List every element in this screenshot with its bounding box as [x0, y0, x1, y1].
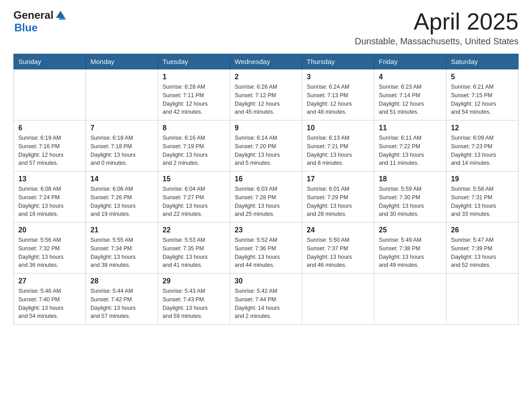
calendar-cell: 13Sunrise: 6:08 AM Sunset: 7:24 PM Dayli… — [14, 171, 86, 223]
day-number: 5 — [451, 73, 514, 81]
day-number: 18 — [379, 175, 442, 183]
calendar-cell: 18Sunrise: 5:59 AM Sunset: 7:30 PM Dayli… — [374, 171, 446, 223]
calendar-cell — [302, 274, 374, 325]
day-number: 21 — [90, 226, 153, 234]
day-info: Sunrise: 6:26 AM Sunset: 7:12 PM Dayligh… — [235, 83, 297, 116]
day-info: Sunrise: 5:52 AM Sunset: 7:36 PM Dayligh… — [235, 236, 297, 270]
day-header-friday: Friday — [374, 54, 446, 69]
day-number: 8 — [163, 124, 225, 132]
day-number: 16 — [235, 175, 297, 183]
calendar-cell: 24Sunrise: 5:50 AM Sunset: 7:37 PM Dayli… — [302, 223, 374, 274]
day-number: 2 — [235, 73, 297, 81]
day-info: Sunrise: 5:42 AM Sunset: 7:44 PM Dayligh… — [235, 287, 297, 321]
day-info: Sunrise: 5:53 AM Sunset: 7:35 PM Dayligh… — [163, 236, 225, 270]
day-number: 7 — [90, 124, 153, 132]
calendar-cell: 23Sunrise: 5:52 AM Sunset: 7:36 PM Dayli… — [230, 223, 302, 274]
calendar-week-row: 13Sunrise: 6:08 AM Sunset: 7:24 PM Dayli… — [14, 171, 519, 223]
day-number: 6 — [18, 124, 81, 132]
day-info: Sunrise: 5:46 AM Sunset: 7:40 PM Dayligh… — [18, 287, 81, 321]
calendar-cell: 5Sunrise: 6:21 AM Sunset: 7:15 PM Daylig… — [446, 69, 519, 120]
day-header-thursday: Thursday — [302, 54, 374, 69]
logo-icon — [54, 9, 67, 21]
calendar-cell: 30Sunrise: 5:42 AM Sunset: 7:44 PM Dayli… — [230, 274, 302, 325]
day-info: Sunrise: 6:04 AM Sunset: 7:27 PM Dayligh… — [163, 185, 225, 218]
day-info: Sunrise: 6:06 AM Sunset: 7:26 PM Dayligh… — [90, 185, 153, 218]
logo-general-text: General — [13, 9, 53, 21]
day-header-wednesday: Wednesday — [230, 54, 302, 69]
day-info: Sunrise: 5:43 AM Sunset: 7:43 PM Dayligh… — [163, 287, 225, 321]
calendar-cell: 6Sunrise: 6:19 AM Sunset: 7:16 PM Daylig… — [14, 120, 86, 171]
calendar-cell: 26Sunrise: 5:47 AM Sunset: 7:39 PM Dayli… — [446, 223, 519, 274]
calendar-cell: 1Sunrise: 6:28 AM Sunset: 7:11 PM Daylig… — [158, 69, 230, 120]
calendar-week-row: 1Sunrise: 6:28 AM Sunset: 7:11 PM Daylig… — [14, 69, 519, 120]
day-info: Sunrise: 5:49 AM Sunset: 7:38 PM Dayligh… — [379, 236, 442, 270]
day-info: Sunrise: 6:23 AM Sunset: 7:14 PM Dayligh… — [379, 83, 442, 116]
day-number: 28 — [90, 277, 153, 285]
day-number: 14 — [90, 175, 153, 183]
calendar-cell: 11Sunrise: 6:11 AM Sunset: 7:22 PM Dayli… — [374, 120, 446, 171]
day-number: 15 — [163, 175, 225, 183]
day-number: 26 — [451, 226, 514, 234]
month-title: April 2025 — [355, 9, 519, 34]
day-header-saturday: Saturday — [446, 54, 519, 69]
day-number: 29 — [163, 277, 225, 285]
calendar-cell: 4Sunrise: 6:23 AM Sunset: 7:14 PM Daylig… — [374, 69, 446, 120]
day-info: Sunrise: 6:18 AM Sunset: 7:18 PM Dayligh… — [90, 134, 153, 167]
day-number: 17 — [307, 175, 369, 183]
calendar-week-row: 20Sunrise: 5:56 AM Sunset: 7:32 PM Dayli… — [14, 223, 519, 274]
day-number: 1 — [163, 73, 225, 81]
day-info: Sunrise: 6:24 AM Sunset: 7:13 PM Dayligh… — [307, 83, 369, 116]
calendar-cell: 14Sunrise: 6:06 AM Sunset: 7:26 PM Dayli… — [86, 171, 158, 223]
calendar-cell: 17Sunrise: 6:01 AM Sunset: 7:29 PM Dayli… — [302, 171, 374, 223]
calendar-cell: 20Sunrise: 5:56 AM Sunset: 7:32 PM Dayli… — [14, 223, 86, 274]
day-info: Sunrise: 6:13 AM Sunset: 7:21 PM Dayligh… — [307, 134, 369, 167]
day-header-monday: Monday — [86, 54, 158, 69]
day-number: 25 — [379, 226, 442, 234]
day-info: Sunrise: 6:16 AM Sunset: 7:19 PM Dayligh… — [163, 134, 225, 167]
calendar-cell: 19Sunrise: 5:58 AM Sunset: 7:31 PM Dayli… — [446, 171, 519, 223]
calendar-cell: 22Sunrise: 5:53 AM Sunset: 7:35 PM Dayli… — [158, 223, 230, 274]
day-number: 10 — [307, 124, 369, 132]
day-number: 27 — [18, 277, 81, 285]
calendar-cell: 27Sunrise: 5:46 AM Sunset: 7:40 PM Dayli… — [14, 274, 86, 325]
day-number: 19 — [451, 175, 514, 183]
calendar-cell — [86, 69, 158, 120]
day-info: Sunrise: 6:28 AM Sunset: 7:11 PM Dayligh… — [163, 83, 225, 116]
page-header: General Blue April 2025 Dunstable, Massa… — [13, 9, 519, 47]
day-info: Sunrise: 5:44 AM Sunset: 7:42 PM Dayligh… — [90, 287, 153, 321]
calendar-cell: 10Sunrise: 6:13 AM Sunset: 7:21 PM Dayli… — [302, 120, 374, 171]
calendar-cell: 8Sunrise: 6:16 AM Sunset: 7:19 PM Daylig… — [158, 120, 230, 171]
calendar-cell: 21Sunrise: 5:55 AM Sunset: 7:34 PM Dayli… — [86, 223, 158, 274]
day-info: Sunrise: 5:56 AM Sunset: 7:32 PM Dayligh… — [18, 236, 81, 270]
day-info: Sunrise: 5:59 AM Sunset: 7:30 PM Dayligh… — [379, 185, 442, 218]
calendar-cell — [446, 274, 519, 325]
logo: General Blue — [13, 9, 68, 34]
day-number: 9 — [235, 124, 297, 132]
day-number: 30 — [235, 277, 297, 285]
day-info: Sunrise: 5:47 AM Sunset: 7:39 PM Dayligh… — [451, 236, 514, 270]
calendar-table: SundayMondayTuesdayWednesdayThursdayFrid… — [13, 54, 519, 325]
calendar-cell: 29Sunrise: 5:43 AM Sunset: 7:43 PM Dayli… — [158, 274, 230, 325]
day-number: 24 — [307, 226, 369, 234]
day-info: Sunrise: 6:01 AM Sunset: 7:29 PM Dayligh… — [307, 185, 369, 218]
calendar-week-row: 27Sunrise: 5:46 AM Sunset: 7:40 PM Dayli… — [14, 274, 519, 325]
calendar-cell: 28Sunrise: 5:44 AM Sunset: 7:42 PM Dayli… — [86, 274, 158, 325]
day-number: 11 — [379, 124, 442, 132]
day-info: Sunrise: 6:19 AM Sunset: 7:16 PM Dayligh… — [18, 134, 81, 167]
logo-blue-text: Blue — [14, 21, 38, 34]
calendar-cell: 25Sunrise: 5:49 AM Sunset: 7:38 PM Dayli… — [374, 223, 446, 274]
day-number: 20 — [18, 226, 81, 234]
day-info: Sunrise: 5:55 AM Sunset: 7:34 PM Dayligh… — [90, 236, 153, 270]
day-info: Sunrise: 6:03 AM Sunset: 7:28 PM Dayligh… — [235, 185, 297, 218]
day-info: Sunrise: 6:08 AM Sunset: 7:24 PM Dayligh… — [18, 185, 81, 218]
day-number: 13 — [18, 175, 81, 183]
day-number: 23 — [235, 226, 297, 234]
day-info: Sunrise: 6:21 AM Sunset: 7:15 PM Dayligh… — [451, 83, 514, 116]
day-info: Sunrise: 5:50 AM Sunset: 7:37 PM Dayligh… — [307, 236, 369, 270]
calendar-cell: 7Sunrise: 6:18 AM Sunset: 7:18 PM Daylig… — [86, 120, 158, 171]
day-number: 3 — [307, 73, 369, 81]
day-header-sunday: Sunday — [14, 54, 86, 69]
calendar-cell: 15Sunrise: 6:04 AM Sunset: 7:27 PM Dayli… — [158, 171, 230, 223]
calendar-cell — [14, 69, 86, 120]
day-info: Sunrise: 5:58 AM Sunset: 7:31 PM Dayligh… — [451, 185, 514, 218]
